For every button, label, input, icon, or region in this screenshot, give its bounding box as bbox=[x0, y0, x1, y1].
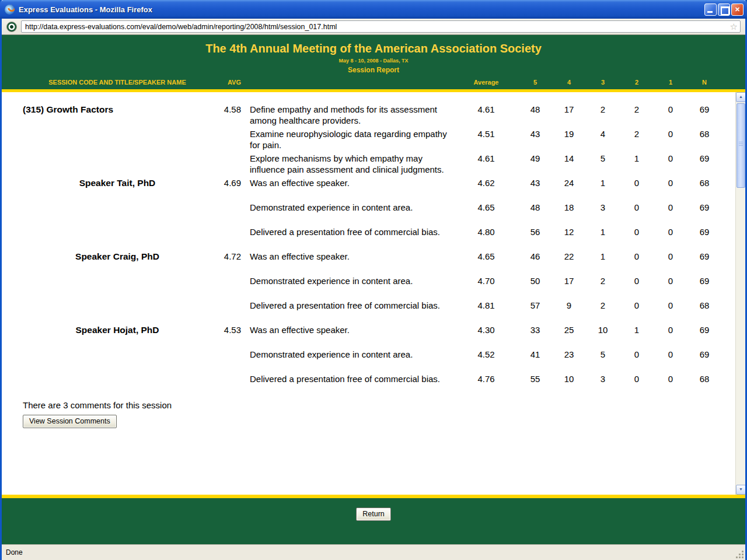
row-average: 4.65 bbox=[454, 202, 518, 213]
table-row: Delivered a presentation free of commerc… bbox=[2, 300, 745, 324]
row-average: 4.62 bbox=[454, 177, 518, 188]
report-rows: (315) Growth Factors 4.58 Define empathy… bbox=[2, 92, 745, 398]
resize-grip[interactable] bbox=[736, 551, 744, 559]
row-score2: 0 bbox=[620, 349, 654, 360]
row-score2: 1 bbox=[620, 324, 654, 335]
row-score3: 3 bbox=[586, 202, 620, 213]
meeting-dates: May 8 - 10, 2008 - Dallas, TX bbox=[2, 58, 745, 64]
row-objective: Examine neurophysiologic data regarding … bbox=[250, 128, 454, 150]
row-score5: 43 bbox=[518, 128, 552, 139]
row-average: 4.51 bbox=[454, 128, 518, 139]
row-score1: 0 bbox=[654, 128, 687, 139]
row-score3: 2 bbox=[586, 104, 620, 115]
row-score1: 0 bbox=[654, 251, 687, 262]
row-objective: Demonstrated experience in content area. bbox=[250, 202, 454, 213]
col-n-header: N bbox=[687, 79, 721, 86]
col-average-header: Average bbox=[454, 79, 518, 86]
row-score1: 0 bbox=[654, 373, 687, 384]
table-row: Demonstrated experience in content area.… bbox=[2, 202, 745, 226]
row-average: 4.81 bbox=[454, 300, 518, 311]
close-button[interactable]: ✕ bbox=[731, 4, 743, 16]
row-score3: 1 bbox=[586, 251, 620, 262]
row-score5: 41 bbox=[518, 349, 552, 360]
report-label: Session Report bbox=[2, 66, 745, 74]
row-average: 4.65 bbox=[454, 251, 518, 262]
row-average: 4.30 bbox=[454, 324, 518, 335]
row-score3: 1 bbox=[586, 226, 620, 237]
row-score4: 24 bbox=[552, 177, 586, 188]
row-average: 4.76 bbox=[454, 373, 518, 384]
window-title: Express Evaluations - Mozilla Firefox bbox=[19, 5, 704, 14]
maximize-button[interactable] bbox=[718, 4, 730, 16]
scroll-up-icon[interactable]: ▲ bbox=[736, 92, 745, 102]
row-score3: 4 bbox=[586, 128, 620, 139]
row-objective: Was an effective speaker. bbox=[250, 251, 454, 262]
col-session-header: SESSION CODE AND TITLE/SPEAKER NAME bbox=[23, 79, 212, 86]
row-score3: 5 bbox=[586, 153, 620, 164]
row-score2: 0 bbox=[620, 373, 654, 384]
row-avg: 4.69 bbox=[212, 177, 241, 188]
row-score2: 0 bbox=[620, 177, 654, 188]
url-field: ☆ bbox=[21, 20, 741, 33]
row-score1: 0 bbox=[654, 177, 687, 188]
titlebar[interactable]: Express Evaluations - Mozilla Firefox ✕ bbox=[0, 0, 747, 19]
row-score1: 0 bbox=[654, 202, 687, 213]
url-input[interactable] bbox=[25, 21, 730, 32]
row-score4: 10 bbox=[552, 373, 586, 384]
table-row: Delivered a presentation free of commerc… bbox=[2, 226, 745, 251]
location-bar: ☆ bbox=[2, 19, 745, 35]
row-score2: 0 bbox=[620, 300, 654, 311]
row-n: 69 bbox=[687, 349, 721, 360]
row-score4: 14 bbox=[552, 153, 586, 164]
row-n: 69 bbox=[687, 226, 721, 237]
vertical-scrollbar[interactable]: ▲ ▼ bbox=[735, 92, 745, 495]
row-score4: 23 bbox=[552, 349, 586, 360]
minimize-button[interactable] bbox=[704, 4, 717, 16]
view-session-comments-button[interactable]: View Session Comments bbox=[23, 415, 117, 428]
row-score2: 1 bbox=[620, 153, 654, 164]
row-score2: 0 bbox=[620, 202, 654, 213]
scrollbar-thumb[interactable] bbox=[736, 103, 745, 188]
table-row: (315) Growth Factors 4.58 Define empathy… bbox=[2, 104, 745, 128]
row-score5: 48 bbox=[518, 104, 552, 115]
table-row: Speaker Hojat, PhD 4.53 Was an effective… bbox=[2, 324, 745, 349]
row-score1: 0 bbox=[654, 324, 687, 335]
row-n: 68 bbox=[687, 177, 721, 188]
row-objective: Explore mechanisms by which empathy may … bbox=[250, 153, 454, 175]
row-objective: Demonstrated experience in content area. bbox=[250, 349, 454, 360]
row-n: 69 bbox=[687, 324, 721, 335]
row-n: 69 bbox=[687, 275, 721, 286]
table-row: Speaker Tait, PhD 4.69 Was an effective … bbox=[2, 177, 745, 202]
row-n: 69 bbox=[687, 202, 721, 213]
row-score4: 18 bbox=[552, 202, 586, 213]
scroll-down-icon[interactable]: ▼ bbox=[736, 485, 745, 495]
row-score3: 2 bbox=[586, 275, 620, 286]
bookmark-star-icon[interactable]: ☆ bbox=[730, 22, 738, 31]
row-score1: 0 bbox=[654, 275, 687, 286]
row-objective: Demonstrated experience in content area. bbox=[250, 275, 454, 286]
row-score4: 17 bbox=[552, 104, 586, 115]
row-score3: 10 bbox=[586, 324, 620, 335]
column-headers: SESSION CODE AND TITLE/SPEAKER NAME AVG … bbox=[2, 79, 735, 86]
row-avg: 4.53 bbox=[212, 324, 241, 335]
col-2-header: 2 bbox=[620, 79, 654, 86]
col-4-header: 4 bbox=[552, 79, 586, 86]
row-score1: 0 bbox=[654, 300, 687, 311]
speaker-name: Speaker Hojat, PhD bbox=[23, 324, 212, 335]
table-row: Delivered a presentation free of commerc… bbox=[2, 373, 745, 398]
row-score3: 2 bbox=[586, 300, 620, 311]
meeting-title: The 4th Annual Meeting of the American A… bbox=[2, 41, 745, 55]
col-1-header: 1 bbox=[654, 79, 687, 86]
row-score5: 55 bbox=[518, 373, 552, 384]
row-objective: Delivered a presentation free of commerc… bbox=[250, 300, 454, 311]
speaker-name: Speaker Craig, PhD bbox=[23, 251, 212, 262]
row-objective: Define empathy and methods for its asses… bbox=[250, 104, 454, 126]
table-row: Demonstrated experience in content area.… bbox=[2, 275, 745, 300]
row-objective: Delivered a presentation free of commerc… bbox=[250, 226, 454, 237]
row-score5: 50 bbox=[518, 275, 552, 286]
row-average: 4.61 bbox=[454, 104, 518, 115]
row-score4: 19 bbox=[552, 128, 586, 139]
comments-note: There are 3 comments for this session bbox=[23, 400, 745, 410]
session-title: (315) Growth Factors bbox=[23, 104, 212, 115]
return-button[interactable]: Return bbox=[356, 508, 391, 521]
